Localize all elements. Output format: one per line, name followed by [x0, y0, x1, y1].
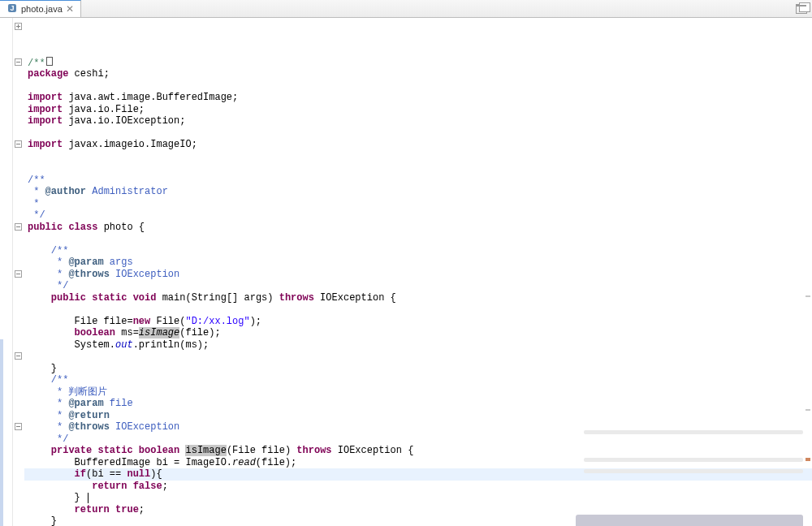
scroll-thumb-horizontal[interactable]: [576, 515, 803, 526]
fold-collapse-icon[interactable]: [15, 423, 22, 430]
overview-caret-mark[interactable]: [806, 458, 810, 461]
code-line[interactable]: [28, 233, 812, 245]
code-line[interactable]: package ceshi;: [28, 68, 812, 80]
code-line[interactable]: File file=new File("D:/xx.log");: [28, 316, 812, 328]
code-line[interactable]: [28, 80, 812, 93]
scroll-track[interactable]: [584, 458, 803, 462]
code-line[interactable]: import java.io.IOException;: [28, 115, 812, 127]
code-line[interactable]: /**: [28, 175, 812, 187]
code-line[interactable]: import java.awt.image.BufferedImage;: [28, 92, 812, 104]
editor-tab-bar: photo.java ✕: [0, 0, 812, 18]
scroll-track[interactable]: [584, 469, 803, 473]
code-line[interactable]: public class photo {: [28, 222, 812, 234]
code-line[interactable]: /**: [28, 57, 812, 69]
fold-expand-icon[interactable]: [15, 23, 22, 30]
tab-filename-label: photo.java: [21, 4, 63, 14]
code-line[interactable]: [28, 162, 812, 175]
fold-collapse-icon[interactable]: [15, 270, 22, 278]
overview-occurrence-mark[interactable]: [806, 409, 810, 411]
scroll-track[interactable]: [584, 430, 803, 434]
code-line[interactable]: public static void main(String[] args) t…: [28, 292, 812, 304]
folded-region-box[interactable]: [46, 57, 53, 66]
restore-view-icon[interactable]: [796, 4, 807, 14]
fold-collapse-icon[interactable]: [15, 223, 22, 231]
text-caret: [88, 493, 89, 503]
folding-ruler[interactable]: [13, 18, 24, 526]
scrollbar-region: [584, 343, 803, 521]
code-editor[interactable]: /**package ceshi;import java.awt.image.B…: [0, 18, 812, 526]
code-line[interactable]: * @param args: [28, 257, 812, 269]
code-line[interactable]: * @author Administrator: [28, 186, 812, 198]
change-marker: [0, 339, 3, 527]
code-line[interactable]: [28, 151, 812, 163]
fold-collapse-icon[interactable]: [15, 352, 22, 360]
code-line[interactable]: boolean ms=isImage(file);: [28, 327, 812, 339]
fold-collapse-icon[interactable]: [15, 58, 22, 66]
code-line[interactable]: [28, 127, 812, 140]
close-icon[interactable]: ✕: [66, 4, 74, 14]
tab-bar-controls: [796, 0, 812, 17]
code-line[interactable]: import java.io.File;: [28, 104, 812, 116]
java-file-icon: [6, 3, 18, 15]
code-line[interactable]: * @throws IOException: [28, 269, 812, 281]
overview-ruler[interactable]: [806, 19, 810, 523]
fold-collapse-icon[interactable]: [15, 140, 22, 148]
code-line[interactable]: import javax.imageio.ImageIO;: [28, 139, 812, 151]
code-line[interactable]: */: [28, 209, 812, 222]
code-line[interactable]: */: [28, 280, 812, 292]
overview-occurrence-mark[interactable]: [806, 295, 810, 297]
code-line[interactable]: *: [28, 198, 812, 210]
annotation-ruler: [0, 18, 13, 526]
code-line[interactable]: [28, 304, 812, 316]
editor-tab-active[interactable]: photo.java ✕: [0, 0, 81, 17]
code-line[interactable]: /**: [28, 245, 812, 257]
